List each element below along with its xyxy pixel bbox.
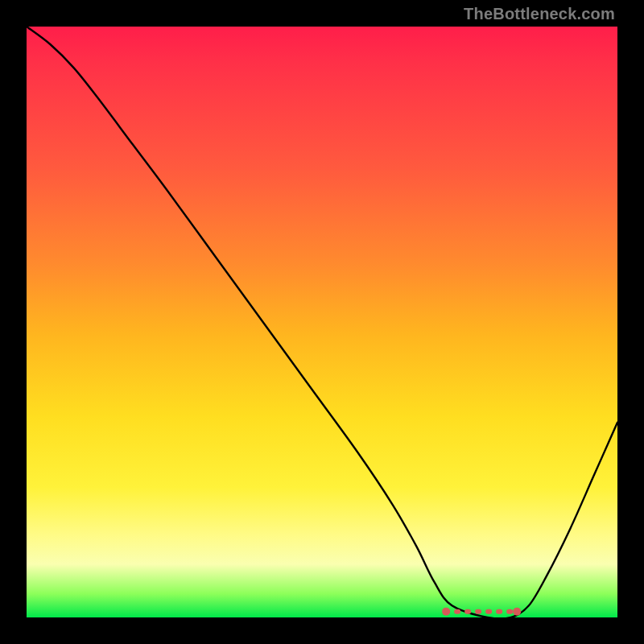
curve-path xyxy=(27,27,617,619)
bottleneck-curve xyxy=(27,27,617,617)
chart-stage: TheBottleneck.com xyxy=(0,0,644,644)
watermark-text: TheBottleneck.com xyxy=(464,5,615,23)
plot-area xyxy=(27,27,617,617)
optimal-range-dot-left xyxy=(442,608,450,616)
optimal-range-dot-right xyxy=(513,608,521,616)
